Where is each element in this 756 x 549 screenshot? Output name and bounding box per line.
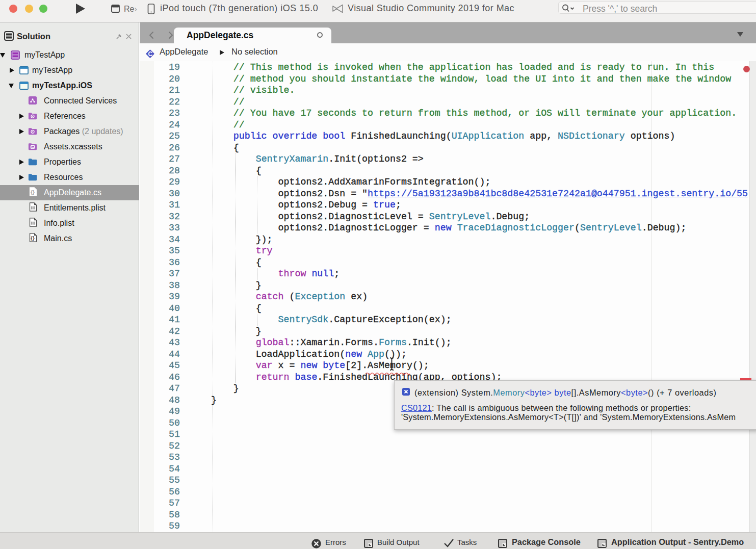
svg-text:C: C [148,50,152,58]
svg-text:{}: {} [31,235,35,241]
svg-text:{}: {} [31,189,35,195]
